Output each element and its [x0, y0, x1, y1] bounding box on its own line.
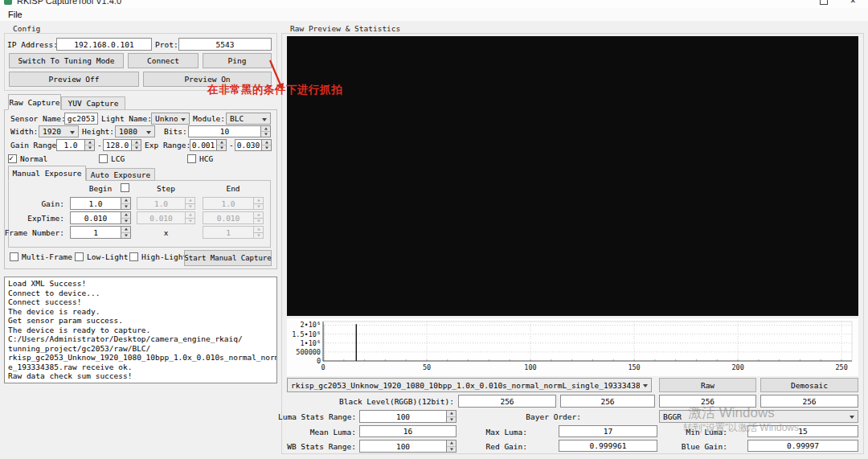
width-select[interactable]: 1920	[39, 125, 79, 137]
gain-begin-spinner[interactable]	[70, 197, 131, 210]
spin-up-button[interactable]	[447, 411, 456, 417]
spin-up-button[interactable]	[261, 126, 270, 132]
sensor-name-label: Sensor Name:	[10, 114, 66, 123]
light-name-select[interactable]: Unknow	[151, 113, 190, 125]
gain-min-spinner[interactable]	[56, 139, 95, 151]
connect-button[interactable]: Connect	[128, 53, 199, 68]
ip-address-label: IP Address:	[7, 40, 58, 49]
height-select[interactable]: 1080	[115, 125, 155, 137]
low-light-checkbox[interactable]	[75, 252, 84, 261]
blue-gain-input[interactable]	[747, 440, 858, 452]
sensor-name-input[interactable]	[64, 113, 98, 125]
min-luma-label: Min Luma:	[651, 428, 727, 436]
raw-button[interactable]: Raw	[659, 378, 756, 392]
spin-down-button[interactable]	[262, 145, 271, 150]
chevron-down-icon	[643, 384, 648, 387]
config-group-label: Config	[10, 24, 43, 33]
spin-up-button[interactable]	[121, 198, 130, 204]
gain-max-spinner[interactable]	[103, 139, 141, 151]
frame-number-spinner[interactable]	[70, 226, 131, 239]
multi-frame-checkbox[interactable]	[10, 252, 18, 261]
max-luma-label: Max Luma:	[450, 428, 527, 436]
tab-raw-capture[interactable]: Raw Capture	[8, 94, 61, 110]
window-title: RKISP CaptureTool V1.4.0	[17, 0, 121, 6]
black-level-gb-input[interactable]	[659, 395, 756, 408]
menu-file[interactable]: File	[3, 8, 27, 21]
spin-up-button[interactable]	[121, 227, 130, 233]
spin-up-button[interactable]	[121, 212, 130, 219]
demosaic-button[interactable]: Demosaic	[760, 378, 858, 392]
spin-down-button[interactable]	[121, 219, 130, 224]
exptime-begin-spinner[interactable]	[70, 211, 131, 224]
gain-end-spinner	[203, 197, 264, 210]
svg-text:1.5•10⁶: 1.5•10⁶	[292, 330, 321, 338]
spin-down-button	[254, 204, 263, 210]
spin-up-button[interactable]	[132, 140, 141, 145]
wb-stats-range-label: WB Stats Range:	[278, 442, 356, 451]
switch-tuning-mode-button[interactable]: Switch To Tuning Mode	[9, 53, 124, 68]
spin-down-button[interactable]	[217, 145, 226, 150]
black-level-gr-input[interactable]	[560, 395, 655, 408]
spin-down-button	[186, 219, 194, 224]
ip-address-input[interactable]	[56, 38, 152, 51]
spin-down-button[interactable]	[447, 417, 456, 423]
chevron-down-icon	[850, 416, 854, 419]
mean-luma-input[interactable]	[359, 425, 457, 437]
normal-checkbox[interactable]	[8, 154, 17, 163]
spin-up-button	[254, 227, 263, 233]
raw-preview-image[interactable]	[287, 36, 858, 316]
log-output[interactable]: Load XML Success! Connect to device... C…	[4, 277, 277, 383]
tab-yuv-capture[interactable]: YUV Capture	[61, 96, 125, 110]
black-level-b-input[interactable]	[760, 395, 858, 408]
exp-range-dash: -	[229, 141, 234, 150]
lcg-checkbox[interactable]	[99, 154, 108, 163]
port-input[interactable]	[178, 38, 272, 51]
exp-max-spinner[interactable]	[235, 139, 272, 151]
annotation-arrow-icon	[257, 56, 293, 95]
module-select[interactable]: BLC	[226, 113, 271, 125]
app-icon	[4, 0, 12, 5]
svg-text:100: 100	[524, 363, 536, 371]
bits-spinner[interactable]	[188, 125, 271, 137]
menu-bar: File	[0, 8, 868, 21]
spin-down-button[interactable]	[121, 204, 130, 210]
high-light-checkbox[interactable]	[129, 252, 138, 261]
exp-min-spinner[interactable]	[190, 139, 227, 151]
black-level-r-input[interactable]	[458, 395, 556, 408]
black-level-label: Black Level(RGGB)(12bit):	[289, 397, 454, 406]
preview-off-button[interactable]: Preview Off	[9, 72, 139, 87]
start-manual-capture-button[interactable]: Start Manual Capture	[184, 250, 272, 266]
svg-text:50: 50	[423, 363, 431, 371]
tab-manual-exposure[interactable]: Manual Exposure	[8, 166, 86, 181]
bayer-order-select[interactable]: BGGR	[659, 410, 858, 423]
port-label: Prot:	[155, 40, 178, 49]
frame-number-row-label: Frame Number:	[4, 228, 64, 237]
svg-text:200: 200	[731, 363, 743, 371]
spin-up-button[interactable]	[262, 140, 271, 145]
step-checkbox[interactable]	[121, 183, 129, 192]
high-light-label: High-Light	[141, 252, 187, 261]
spin-up-button	[254, 198, 263, 204]
spin-down-button[interactable]	[85, 145, 94, 150]
red-gain-input[interactable]	[559, 440, 657, 452]
luma-stats-range-label: Luma Stats Range:	[278, 412, 356, 421]
spin-down-button[interactable]	[121, 233, 130, 239]
gain-range-label: Gain Range:	[10, 141, 61, 150]
maximize-icon[interactable]	[820, 0, 828, 5]
spin-up-button[interactable]	[85, 140, 94, 145]
normal-checkbox-label: Normal	[20, 154, 47, 163]
module-label: Module:	[193, 114, 225, 123]
preview-group-label: Raw Preview & Statistics	[288, 24, 403, 33]
spin-down-button[interactable]	[132, 145, 141, 150]
spin-up-button[interactable]	[217, 140, 226, 145]
max-luma-input[interactable]	[559, 425, 657, 437]
hcg-checkbox[interactable]	[187, 154, 196, 163]
spin-down-button	[254, 219, 263, 224]
capture-file-select[interactable]: rkisp_gc2053_Unknow_1920_1080_10bpp_1.0x…	[287, 378, 652, 392]
min-luma-input[interactable]	[747, 425, 858, 437]
tab-auto-exposure[interactable]: Auto Exposure	[86, 168, 155, 181]
wb-stats-range-spinner[interactable]	[359, 440, 457, 453]
luma-stats-range-spinner[interactable]	[359, 410, 457, 423]
close-icon[interactable]: ✕	[850, 0, 856, 6]
spin-down-button[interactable]	[261, 132, 270, 137]
